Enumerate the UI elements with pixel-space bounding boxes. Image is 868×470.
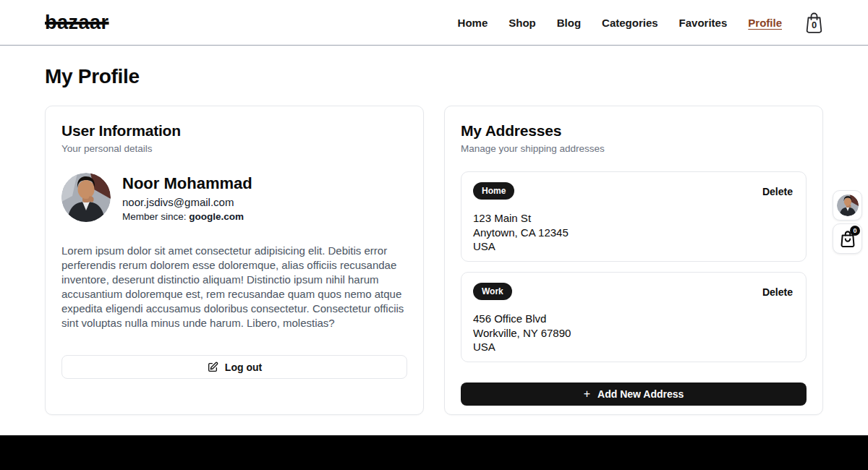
add-address-label: Add New Address	[597, 388, 684, 400]
mini-avatar	[837, 195, 859, 216]
nav-item-favorites[interactable]: Favorites	[679, 17, 728, 29]
user-bio: Lorem ipsum dolor sit amet consectetur a…	[61, 244, 407, 330]
add-new-address-button[interactable]: + Add New Address	[461, 383, 807, 406]
user-card-title: User Information	[61, 122, 407, 140]
main-nav: Home Shop Blog Categories Favorites Prof…	[458, 12, 823, 33]
delete-address-button[interactable]: Delete	[762, 186, 793, 197]
member-since: Member since: google.com	[122, 211, 252, 222]
floating-cart-count: 0	[850, 226, 860, 236]
address-line3: USA	[473, 340, 794, 354]
addresses-card-title: My Addresses	[461, 122, 807, 140]
logout-button[interactable]: Log out	[61, 355, 407, 379]
footer	[0, 435, 868, 470]
address-badge: Home	[473, 182, 514, 200]
user-avatar	[61, 173, 111, 222]
delete-address-button[interactable]: Delete	[762, 286, 793, 298]
address-lines: 123 Main St Anytown, CA 12345 USA	[473, 211, 794, 254]
address-lines: 456 Office Blvd Workville, NY 67890 USA	[473, 312, 794, 354]
cart-button[interactable]: 0	[805, 12, 823, 33]
profile-summary: Noor Mohammad noor.jsdivs@gmail.com Memb…	[61, 173, 407, 222]
nav-item-categories[interactable]: Categories	[602, 17, 658, 29]
address-line2: Anytown, CA 12345	[473, 226, 794, 240]
address-line2: Workville, NY 67890	[473, 326, 794, 341]
logout-label: Log out	[225, 362, 262, 373]
address-line1: 123 Main St	[473, 211, 794, 226]
floating-cart-button[interactable]: 0	[833, 223, 862, 254]
floating-avatar-button[interactable]	[833, 190, 862, 221]
edit-icon	[207, 362, 218, 373]
floating-widget: 0	[833, 190, 862, 254]
nav-item-shop[interactable]: Shop	[509, 17, 536, 29]
main-content: My Profile User Information Your persona…	[0, 65, 868, 415]
user-information-card: User Information Your personal details	[45, 106, 424, 415]
user-name: Noor Mohammad	[122, 174, 252, 193]
address-card-work: Work Delete 456 Office Blvd Workville, N…	[461, 272, 807, 362]
user-email: noor.jsdivs@gmail.com	[122, 196, 252, 208]
cart-count: 0	[805, 20, 823, 30]
header: bazaar Home Shop Blog Categories Favorit…	[0, 0, 868, 46]
cards-grid: User Information Your personal details	[45, 106, 823, 415]
member-since-value: google.com	[189, 211, 244, 222]
address-list: Home Delete 123 Main St Anytown, CA 1234…	[461, 171, 807, 362]
address-card-home: Home Delete 123 Main St Anytown, CA 1234…	[461, 171, 807, 262]
nav-item-profile[interactable]: Profile	[748, 17, 782, 29]
member-since-label: Member since:	[122, 211, 187, 222]
plus-icon: +	[584, 388, 590, 400]
user-card-subtitle: Your personal details	[61, 143, 407, 154]
address-badge: Work	[473, 283, 512, 300]
nav-item-blog[interactable]: Blog	[557, 17, 581, 29]
page-title: My Profile	[45, 65, 823, 88]
my-addresses-card: My Addresses Manage your shipping addres…	[444, 106, 823, 415]
nav-item-home[interactable]: Home	[458, 17, 488, 29]
profile-page: bazaar Home Shop Blog Categories Favorit…	[0, 0, 868, 470]
address-line1: 456 Office Blvd	[473, 312, 794, 326]
brand-logo[interactable]: bazaar	[45, 12, 109, 34]
user-identity: Noor Mohammad noor.jsdivs@gmail.com Memb…	[122, 173, 252, 222]
addresses-card-subtitle: Manage your shipping addresses	[461, 143, 807, 154]
address-line3: USA	[473, 239, 794, 254]
